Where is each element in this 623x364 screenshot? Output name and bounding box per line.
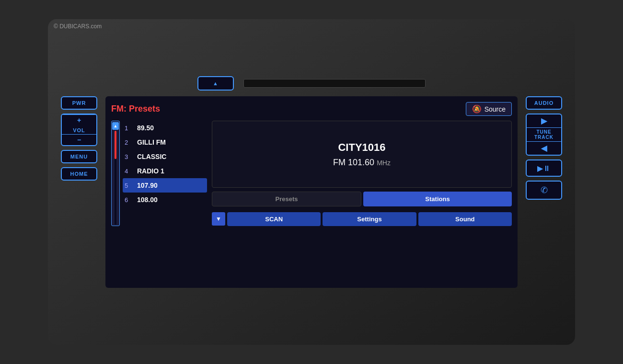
preset-item-5[interactable]: 5 107.90	[123, 178, 207, 193]
screen-header: FM: Presets 🔕 Source	[111, 102, 512, 116]
tune-label: TUNETRACK	[527, 127, 561, 142]
settings-button[interactable]: Settings	[323, 212, 416, 226]
vol-group: + VOL −	[61, 114, 97, 146]
vol-label: VOL	[62, 125, 96, 134]
preset-name-1: 89.50	[137, 124, 154, 132]
stations-tab[interactable]: Stations	[363, 192, 512, 206]
audio-button[interactable]: AUDIO	[526, 96, 562, 110]
now-playing-panel: CITY1016 FM 101.60 MHz Presets Stations …	[212, 121, 512, 226]
scan-button[interactable]: SCAN	[227, 212, 321, 226]
station-frequency: FM 101.60 MHz	[333, 158, 391, 168]
preset-item-3[interactable]: 3 CLASSIC	[123, 149, 207, 164]
top-section: ▲	[58, 76, 565, 91]
left-controls: PWR + VOL − MENU HOME	[58, 96, 101, 288]
preset-item-4[interactable]: 4 RADIO 1	[123, 164, 207, 178]
sound-button[interactable]: Sound	[418, 212, 512, 226]
tab-row: Presets Stations	[212, 192, 512, 206]
tune-group: ▶ TUNETRACK ◀	[526, 114, 562, 156]
screen-title: FM: Presets	[111, 104, 160, 114]
play-pause-button[interactable]: ▶⏸	[526, 159, 562, 177]
tune-forward-button[interactable]: ▶	[527, 114, 561, 127]
preset-item-1[interactable]: 1 89.50	[123, 121, 207, 135]
preset-num-4: 4	[125, 168, 131, 175]
presets-tab[interactable]: Presets	[212, 192, 361, 206]
preset-item-2[interactable]: 2 GILLI FM	[123, 135, 207, 149]
preset-num-5: 5	[125, 182, 131, 189]
freq-unit: MHz	[377, 159, 391, 167]
preset-name-5: 107.90	[137, 182, 158, 189]
preset-num-1: 1	[125, 125, 131, 132]
scrollbar: ▲	[111, 121, 120, 226]
preset-name-2: GILLI FM	[137, 138, 166, 146]
source-label: Source	[485, 105, 506, 113]
preset-num-6: 6	[125, 196, 131, 204]
preset-item-6[interactable]: 6 108.00	[123, 193, 207, 207]
eject-button[interactable]: ▲	[197, 76, 234, 91]
vol-up-button[interactable]: +	[62, 114, 96, 125]
main-section: PWR + VOL − MENU HOME FM: Presets 🔕 Sour…	[58, 96, 565, 288]
phone-button[interactable]: ✆	[526, 181, 562, 200]
preset-name-6: 108.00	[137, 196, 158, 204]
station-name: CITY1016	[338, 141, 385, 154]
source-icon: 🔕	[472, 104, 482, 114]
scroll-down-button[interactable]: ▼	[212, 212, 225, 226]
scroll-thumb	[115, 131, 116, 159]
source-button[interactable]: 🔕 Source	[466, 102, 512, 116]
preset-list: ▲ 1 89.50 2 GILLI FM	[111, 121, 207, 226]
preset-name-3: CLASSIC	[137, 153, 166, 160]
bottom-row: ▼ SCAN Settings Sound	[212, 212, 512, 226]
preset-num-2: 2	[125, 139, 131, 146]
screen-body: ▲ 1 89.50 2 GILLI FM	[111, 121, 512, 226]
right-controls: AUDIO ▶ TUNETRACK ◀ ▶⏸ ✆	[522, 96, 565, 288]
screen: FM: Presets 🔕 Source ▲	[105, 96, 518, 288]
station-display: CITY1016 FM 101.60 MHz	[212, 121, 512, 188]
pwr-button[interactable]: PWR	[61, 96, 97, 110]
cd-slot	[243, 79, 426, 88]
scroll-up-arrow[interactable]: ▲	[112, 122, 119, 130]
preset-num-3: 3	[125, 153, 131, 160]
vol-down-button[interactable]: −	[62, 134, 96, 145]
presets-list: 1 89.50 2 GILLI FM 3 CLASSIC 4	[123, 121, 207, 226]
watermark: © DUBICARS.com	[54, 23, 102, 30]
car-head-unit: © DUBICARS.com ▲ PWR + VOL − MENU HOME F…	[48, 19, 575, 345]
menu-button[interactable]: MENU	[61, 150, 97, 163]
freq-text: FM 101.60	[333, 158, 374, 167]
preset-name-4: RADIO 1	[137, 167, 164, 175]
scroll-track	[115, 131, 116, 225]
tune-back-button[interactable]: ◀	[527, 142, 561, 155]
home-button[interactable]: HOME	[61, 167, 97, 181]
